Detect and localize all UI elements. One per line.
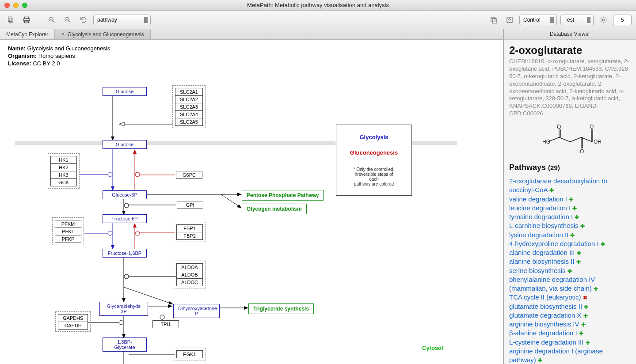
pathway-link[interactable]: glutamate biosynthesis II ✚ [509,303,588,310]
tab-metacyc-explorer[interactable]: MetaCyc Explorer [0,29,55,39]
legend-gluconeogenesis: Gluconeogenesis [350,149,398,156]
gene-gpi[interactable]: GPI [177,201,203,209]
gene-hk2[interactable]: HK2 [50,163,77,171]
tab-label: MetaCyc Explorer [6,31,48,38]
pathway-select-label: pathway [97,17,117,23]
pathway-link[interactable]: phenylalanine degradation IV (mammalian,… [509,276,598,292]
tab-glycolysis[interactable]: ✕Glycolysis and Gluconeogenesis [55,29,150,39]
gene-gapdh[interactable]: GAPDH [58,322,88,330]
export-button[interactable] [503,14,516,26]
close-window-button[interactable] [4,3,10,8]
pathway-link[interactable]: 2-oxoglutarate decarboxylation to succin… [509,177,607,193]
pathway-link[interactable]: lysine degradation II ✚ [509,231,575,239]
add-icon[interactable]: ✚ [549,187,554,193]
pathway-link[interactable]: TCA cycle II (eukaryotic) ✖ [509,293,587,301]
test-select[interactable]: Test▴▾ [560,15,594,25]
met-glucose-int[interactable]: Glucose [103,140,147,149]
svg-line-28 [221,194,241,208]
gene-g6pc[interactable]: G6PC [176,171,202,179]
gene-fbp2[interactable]: FBP2 [176,232,203,240]
add-icon[interactable]: ✚ [572,205,577,212]
gene-aldoc[interactable]: ALDOC [176,278,203,286]
settings-button[interactable] [597,14,609,26]
pathway-link[interactable]: 4-hydroxyproline degradation I ✚ [509,240,605,247]
gene-slc2a5[interactable]: SLC2A5 [175,118,203,126]
compartment-label: Cytosol [422,345,443,351]
pathway-link[interactable]: leucine degradation I ✚ [509,204,577,212]
print-button[interactable] [20,14,33,26]
link-triglyceride[interactable]: Triglyceride synthesis [248,303,314,314]
met-f6p[interactable]: Fructose 6P [103,214,147,223]
add-icon[interactable]: ✚ [601,241,605,247]
zoom-in-button[interactable] [46,14,58,26]
add-icon[interactable]: ✚ [579,330,583,337]
control-select[interactable]: Control▴▾ [519,15,557,25]
add-icon[interactable]: ✚ [569,197,573,203]
pathway-link[interactable]: β-alanine degradation I ✚ [509,329,583,337]
gene-hk3[interactable]: HK3 [50,171,77,179]
add-icon[interactable]: ✚ [580,223,585,229]
pathway-select[interactable]: pathway▴▾ [93,15,151,25]
pathway-link[interactable]: alanine biosynthesis II ✚ [509,258,581,265]
svg-text:OH: OH [594,139,602,145]
db-content: 2-oxoglutarate CHEBI:16810, α-oxoglutara… [504,40,636,364]
svg-rect-4 [25,20,29,23]
copy-button[interactable] [487,14,500,26]
gene-hk1[interactable]: HK1 [50,156,77,164]
add-icon[interactable]: ✚ [576,259,581,265]
add-icon[interactable]: ✚ [575,214,579,220]
add-icon[interactable]: ✚ [577,250,581,256]
add-icon[interactable]: ✚ [583,313,588,319]
zoom-window-button[interactable] [22,3,27,8]
met-glucose-ext[interactable]: Glucose [103,87,147,96]
left-pane: MetaCyc Explorer ✕Glycolysis and Glucone… [0,29,503,364]
add-icon[interactable]: ✚ [586,340,590,346]
pathway-link[interactable]: arginine biosynthesis IV ✚ [509,320,586,328]
gene-gck[interactable]: GCK [50,178,77,186]
pathway-link[interactable]: valine degradation I ✚ [509,195,573,203]
pathway-link[interactable]: glutamate degradation X ✚ [509,311,588,319]
add-icon[interactable]: ✚ [581,322,586,328]
pathway-canvas[interactable]: Name: Glycolysis and Gluconeogenesis Org… [0,40,503,364]
gene-pgk1[interactable]: PGK1 [176,350,203,358]
remove-icon[interactable]: ✖ [583,295,587,301]
pathway-link[interactable]: alanine degradation III ✚ [509,249,581,256]
add-icon[interactable]: ✚ [538,357,542,364]
minimize-window-button[interactable] [13,3,19,8]
gene-gapdhs[interactable]: GAPDHS [58,314,88,322]
gene-tpi1[interactable]: TPI1 [152,320,179,328]
gene-aldoa[interactable]: ALDOA [176,263,203,271]
add-icon[interactable]: ✚ [584,304,588,310]
met-g6p[interactable]: Glucose-6P [103,190,147,199]
gene-slc2a4[interactable]: SLC2A4 [175,110,203,118]
pathway-link[interactable]: serine biosynthesis ✚ [509,267,572,274]
add-icon[interactable]: ✚ [567,268,572,274]
number-input[interactable] [613,15,632,25]
gene-aldob[interactable]: ALDOB [176,271,203,279]
svg-text:HO: HO [542,139,550,145]
pathway-link[interactable]: L-carnitine biosynthesis ✚ [509,222,585,229]
pathway-link[interactable]: tyrosine degradation I ✚ [509,213,579,220]
met-dhap[interactable]: Dihydroxyacetone-P [173,304,220,318]
refresh-button[interactable] [77,14,90,26]
gene-pfkp[interactable]: PFKP [55,235,81,243]
met-gap[interactable]: Glyceraldehyde 3P [99,302,148,316]
gene-slc2a1[interactable]: SLC2A1 [175,88,203,96]
gene-fbp1[interactable]: FBP1 [176,224,203,232]
met-bpg[interactable]: 1,3BP-Glycerate [103,337,147,352]
gene-pfkm[interactable]: PFKM [55,220,81,228]
met-f16bp[interactable]: Fructose-1,6BP [103,249,147,258]
new-doc-button[interactable] [4,14,17,26]
gene-slc2a2[interactable]: SLC2A2 [175,95,203,103]
zoom-out-button[interactable] [61,14,74,26]
gene-pfkl[interactable]: PFKL [55,228,81,235]
link-ppp[interactable]: Pentose Phosphate Pathway [242,190,324,201]
link-glycogen[interactable]: Glycogen metabolism [242,204,307,214]
control-select-label: Control [523,17,541,23]
add-icon[interactable]: ✚ [570,232,575,239]
pathway-link[interactable]: L-cysteine degradation III ✚ [509,338,590,346]
close-icon[interactable]: ✕ [61,31,65,37]
pathway-link[interactable]: arginine degradation I (arginase pathway… [509,347,603,364]
add-icon[interactable]: ✚ [594,286,598,292]
gene-slc2a3[interactable]: SLC2A3 [175,103,203,111]
